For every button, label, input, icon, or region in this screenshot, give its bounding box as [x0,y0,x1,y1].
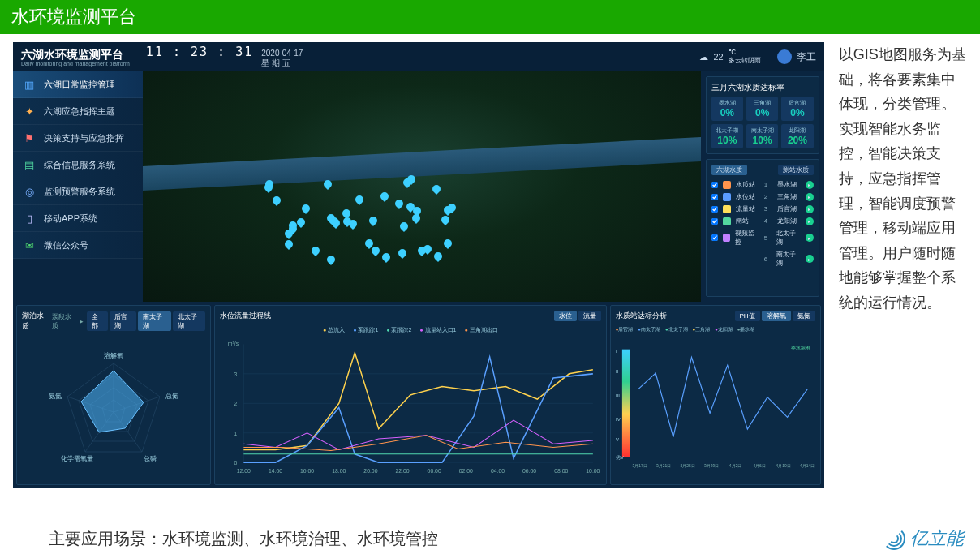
rate-box: 龙阳湖20% [781,124,813,148]
svg-text:02:00: 02:00 [459,467,473,473]
rate-box: 南太子湖10% [746,124,778,148]
lake-row[interactable]: 1墨水湖▸ [764,178,814,191]
sidebar-item-4[interactable]: ◎监测预警服务系统 [13,178,143,205]
svg-text:10:00: 10:00 [586,467,600,473]
svg-text:3月21日: 3月21日 [656,464,671,468]
logo-text: 亿立能 [910,526,964,551]
legend-checkbox[interactable] [711,206,718,213]
chevron-right-icon[interactable]: ▸ [80,317,84,325]
wechat-icon: ✉ [23,238,36,251]
sidebar-item-1[interactable]: ✦六湖应急指挥主题 [13,98,143,125]
radar-sub: 泵段水质 [52,312,76,330]
legend-checkbox[interactable] [711,234,718,241]
tab-station-quality[interactable]: 测站水质 [778,165,814,175]
sidebar-item-5[interactable]: ▯移动APP系统 [13,205,143,232]
svg-text:m³/s: m³/s [228,341,239,346]
legend-checkbox[interactable] [711,218,718,225]
tab[interactable]: 流量 [578,311,601,321]
play-icon[interactable]: ▸ [806,234,813,242]
legend-row[interactable]: 闸站 [711,215,761,227]
legend-checkbox[interactable] [711,194,718,200]
svg-text:04:00: 04:00 [491,467,505,473]
play-icon[interactable]: ▸ [806,193,814,201]
legend-row[interactable]: 视频监控 [711,227,761,248]
rate-box: 北太子湖10% [711,124,743,148]
top-bar: 六湖水环境监测平台 Daily monitoring and managemen… [13,42,824,71]
tab[interactable]: 北太子湖 [173,311,205,331]
tab[interactable]: 氨氮 [793,311,815,321]
rate-panel-title: 三月六湖水质达标率 [711,82,814,93]
platform-title: 六湖水环境监测平台 [21,48,130,62]
tab-lake-quality[interactable]: 六湖水质 [711,165,747,175]
user-widget[interactable]: 李工 [777,49,816,64]
legend-row[interactable]: 水位站 [711,191,761,203]
svg-text:4月10日: 4月10日 [776,464,790,468]
legend-row[interactable]: 流量站 [711,203,761,215]
svg-text:V: V [616,437,619,442]
sidebar-item-0[interactable]: ▥六湖日常监控管理 [13,71,143,98]
svg-text:4月2日: 4月2日 [729,464,741,468]
legend-color-icon [723,217,731,225]
tab[interactable]: 南太子湖 [138,311,170,331]
svg-text:II: II [616,369,619,374]
line-title: 水位流量过程线 [220,311,271,321]
chart-bar-icon: ▥ [23,78,36,91]
svg-text:2: 2 [234,401,238,406]
legend-checkbox[interactable] [711,182,718,188]
play-icon[interactable]: ▸ [806,217,814,225]
legend-item: ●北太子湖 [665,326,688,333]
cloud-icon: ☁ [699,52,708,62]
lake-row[interactable]: 4龙阳湖▸ [764,215,814,227]
rate-panel: 三月六湖水质达标率 墨水湖0%三角湖0%后官湖0%北太子湖10%南太子湖10%龙… [706,76,819,154]
svg-text:IV: IV [616,417,621,422]
play-icon[interactable]: ▸ [806,181,814,189]
bar-title: 水质站达标分析 [616,311,667,321]
tab[interactable]: 水位 [554,311,577,321]
legend-color-icon [723,193,731,201]
tab[interactable]: 溶解氧 [762,311,791,321]
play-icon[interactable]: ▸ [806,255,813,263]
tab[interactable]: PH值 [735,311,760,321]
radar-chart: 溶解氧 总氮 总磷 化学需氧量 氨氮 [32,335,195,481]
platform-subtitle: Daily monitoring and management platform [21,61,130,67]
svg-text:I: I [616,349,617,354]
clock-date: 2020-04-17 [261,49,303,58]
lake-row[interactable]: 5北太子湖▸ [764,227,814,248]
logo-icon [883,527,905,550]
gis-map[interactable] [143,71,701,302]
svg-text:总氮: 总氮 [165,393,178,400]
tab[interactable]: 后官湖 [110,311,136,331]
play-icon[interactable]: ▸ [806,205,814,213]
lake-row[interactable]: 2三角湖▸ [764,191,814,203]
legend-item: ●龙阳湖 [715,326,733,333]
tab[interactable]: 全部 [87,311,108,331]
sidebar-item-3[interactable]: ▤综合信息服务系统 [13,152,143,178]
svg-text:总磷: 总磷 [143,455,157,462]
svg-text:00:00: 00:00 [428,467,441,473]
legend-item: ● 三角湖出口 [464,326,497,334]
legend-row[interactable]: 水质站 [711,178,761,191]
svg-text:18:00: 18:00 [332,467,346,473]
line-chart: m³/s3210 12:0014:0016:0018:0020:0022:000… [220,336,601,479]
legend-color-icon [723,234,731,242]
flag-icon: ⚑ [23,131,36,144]
lake-row[interactable]: 6南太子湖▸ [764,248,814,269]
sidebar-item-2[interactable]: ⚑决策支持与应急指挥 [13,125,143,152]
user-name: 李工 [797,50,816,64]
svg-text:3月25日: 3月25日 [680,464,694,468]
legend-color-icon [723,205,731,213]
sidebar-item-6[interactable]: ✉微信公众号 [13,232,143,259]
document-icon: ▤ [23,158,36,171]
legend-item: ● 泵跟踪2 [386,326,411,334]
radar-chart-card: 湖泊水质 泵段水质 ▸ 全部后官湖南太子湖北太子湖 溶解氧 [16,305,211,485]
svg-text:III: III [616,393,620,398]
svg-text:08:00: 08:00 [554,467,568,473]
legend-item: ●后官湖 [616,326,634,333]
svg-text:22:00: 22:00 [395,467,409,473]
svg-text:12:00: 12:00 [237,467,251,473]
mobile-icon: ▯ [23,212,36,225]
avatar-icon [777,49,792,64]
lake-row[interactable]: 3后官湖▸ [764,203,814,215]
svg-text:0: 0 [234,460,238,466]
weather-temp: 22 [713,52,723,62]
